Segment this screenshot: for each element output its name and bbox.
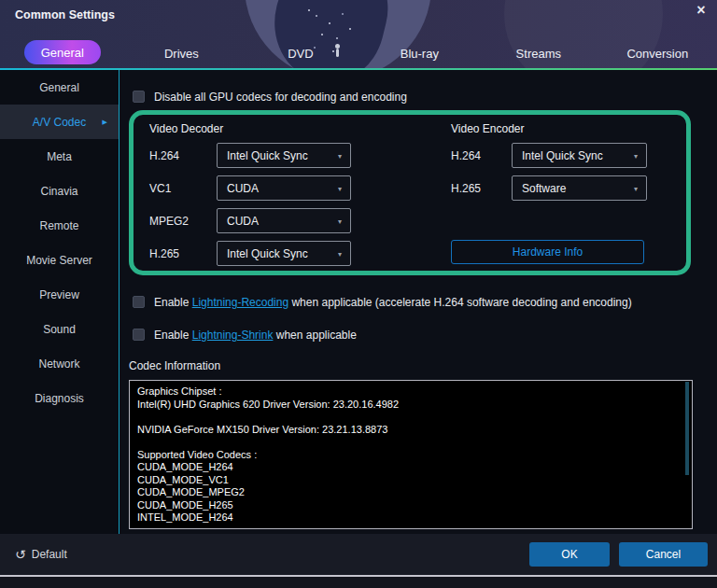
window-title: Common Settings [15, 8, 115, 21]
chevron-down-icon: ▾ [338, 151, 342, 160]
default-button[interactable]: ↺ Default [15, 534, 67, 575]
sidebar-item-diagnosis[interactable]: Diagnosis [0, 381, 119, 415]
label-text: when applicable (accelerate H.264 softwa… [288, 296, 632, 309]
label-text: Enable [154, 296, 192, 309]
cancel-button[interactable]: Cancel [619, 542, 708, 567]
hardware-info-button[interactable]: Hardware Info [451, 240, 644, 264]
common-settings-dialog: Common Settings × General Drives DVD Blu… [0, 0, 717, 588]
dropdown-value: Intel Quick Sync [227, 149, 308, 162]
chevron-down-icon: ▾ [634, 151, 638, 160]
tab-general[interactable]: General [24, 40, 101, 64]
footer: ↺ Default OK Cancel [0, 534, 717, 575]
scrollbar-thumb[interactable] [685, 382, 689, 475]
dropdown-value: Intel Quick Sync [227, 247, 308, 260]
decoder-h264-label: H.264 [149, 149, 179, 162]
video-decoder-title: Video Decoder [149, 122, 223, 135]
lightning-shrink-link[interactable]: Lightning-Shrink [192, 329, 274, 342]
lightning-recoding-link[interactable]: Lightning-Recoding [192, 296, 288, 309]
decoder-mpeg2-dropdown[interactable]: CUDA ▾ [217, 208, 351, 233]
decoder-h264-dropdown[interactable]: Intel Quick Sync ▾ [217, 143, 351, 168]
tab-streams[interactable]: Streams [479, 39, 598, 67]
decoder-h265-label: H.265 [149, 247, 179, 260]
default-label: Default [32, 548, 67, 561]
dropdown-value: Software [522, 182, 566, 195]
header: Common Settings × General Drives DVD Blu… [0, 0, 717, 70]
chevron-down-icon: ▾ [338, 217, 342, 225]
sidebar-item-preview[interactable]: Preview [0, 277, 119, 312]
chevron-down-icon: ▾ [338, 184, 342, 192]
sidebar-item-sound[interactable]: Sound [0, 312, 119, 346]
reset-icon: ↺ [15, 547, 26, 562]
tab-bar: General Drives DVD Blu-ray Streams Conve… [0, 39, 717, 67]
sidebar-item-network[interactable]: Network [0, 346, 119, 381]
lightning-recoding-label: Enable Lightning-Recoding when applicabl… [154, 296, 632, 309]
decoder-h265-dropdown[interactable]: Intel Quick Sync ▾ [217, 241, 351, 266]
codec-information-textarea[interactable]: Graphics Chipset : Intel(R) UHD Graphics… [129, 380, 693, 529]
sidebar-item-label: A/V Codec [33, 116, 86, 129]
close-icon[interactable]: × [693, 2, 710, 19]
encoder-h264-label: H.264 [451, 149, 481, 162]
lightning-shrink-checkbox[interactable] [133, 329, 145, 341]
codec-information-label: Codec Information [129, 359, 220, 372]
encoder-h264-dropdown[interactable]: Intel Quick Sync ▾ [512, 143, 647, 168]
lightning-recoding-checkbox[interactable] [133, 296, 145, 308]
tab-conversion[interactable]: Conversion [598, 39, 717, 67]
sidebar: General A/V Codec ▶ Meta Cinavia Remote … [0, 70, 120, 534]
chevron-right-icon: ▶ [103, 119, 107, 126]
encoder-h265-dropdown[interactable]: Software ▾ [512, 175, 647, 201]
tab-dvd[interactable]: DVD [241, 39, 359, 67]
decoder-mpeg2-label: MPEG2 [149, 215, 189, 228]
stars-decoration [308, 9, 310, 11]
sidebar-item-cinavia[interactable]: Cinavia [0, 174, 119, 208]
chevron-down-icon: ▾ [634, 184, 638, 192]
sidebar-item-av-codec[interactable]: A/V Codec ▶ [0, 105, 119, 139]
sidebar-item-remote[interactable]: Remote [0, 208, 119, 243]
sidebar-item-meta[interactable]: Meta [0, 139, 119, 174]
chevron-down-icon: ▾ [338, 249, 342, 258]
background-strip [0, 577, 717, 588]
dropdown-value: CUDA [227, 182, 259, 195]
dropdown-value: Intel Quick Sync [522, 149, 603, 162]
sidebar-item-general[interactable]: General [0, 70, 119, 105]
dropdown-value: CUDA [227, 215, 259, 228]
encoder-h265-label: H.265 [451, 182, 481, 195]
sidebar-item-movie-server[interactable]: Movie Server [0, 243, 119, 277]
decoder-vc1-dropdown[interactable]: CUDA ▾ [217, 175, 351, 201]
tab-drives[interactable]: Drives [122, 39, 241, 67]
tab-bluray[interactable]: Blu-ray [360, 39, 479, 67]
ok-button[interactable]: OK [529, 542, 610, 567]
disable-gpu-checkbox[interactable] [133, 91, 145, 103]
label-text: Enable [154, 329, 192, 342]
decoder-vc1-label: VC1 [149, 182, 171, 195]
video-encoder-title: Video Encoder [451, 122, 525, 135]
disable-gpu-label: Disable all GPU codecs for decoding and … [154, 91, 407, 104]
label-text: when applicable [273, 329, 356, 342]
lightning-shrink-label: Enable Lightning-Shrink when applicable [154, 329, 357, 342]
